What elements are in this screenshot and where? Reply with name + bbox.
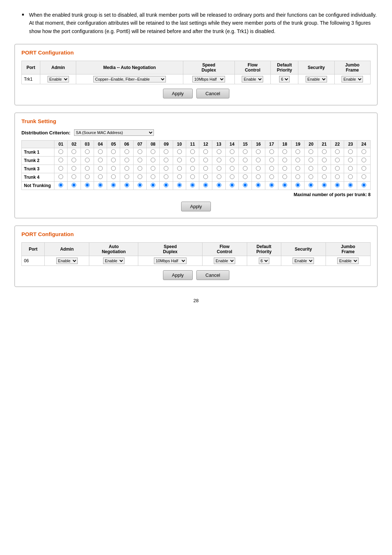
cell-security-2[interactable]: Enable Disable bbox=[281, 256, 326, 266]
trunk-radio-09-4[interactable] bbox=[164, 183, 168, 187]
trunk-radio-17-2[interactable] bbox=[269, 166, 274, 171]
trunk-radio-16-3[interactable] bbox=[256, 174, 261, 179]
cell-priority-2[interactable]: 6 012 345 7 bbox=[247, 256, 281, 266]
trunk-radio-23-4[interactable] bbox=[348, 183, 353, 187]
jumbo-select-1[interactable]: Enable Disable bbox=[342, 76, 363, 82]
trunk-radio-21-1[interactable] bbox=[322, 158, 327, 162]
trunk-radio-10-1[interactable] bbox=[177, 158, 182, 162]
trunk-radio-01-2[interactable] bbox=[58, 166, 63, 171]
trunk-radio-06-3[interactable] bbox=[124, 174, 129, 179]
cell-security-1[interactable]: Enable Disable bbox=[298, 74, 334, 84]
trunk-radio-22-1[interactable] bbox=[335, 158, 340, 162]
apply-button-trunk[interactable]: Apply bbox=[181, 202, 211, 211]
trunk-radio-23-3[interactable] bbox=[348, 174, 353, 179]
trunk-radio-24-2[interactable] bbox=[362, 166, 366, 171]
trunk-radio-19-2[interactable] bbox=[295, 166, 300, 171]
trunk-radio-11-0[interactable] bbox=[190, 149, 195, 154]
priority-select-2[interactable]: 6 012 345 7 bbox=[259, 258, 269, 264]
trunk-radio-08-2[interactable] bbox=[151, 166, 155, 171]
trunk-radio-10-2[interactable] bbox=[177, 166, 182, 171]
admin-select-2[interactable]: Enable Disable bbox=[56, 258, 78, 264]
trunk-radio-03-3[interactable] bbox=[85, 174, 90, 179]
trunk-radio-13-0[interactable] bbox=[217, 149, 221, 154]
priority-select-1[interactable]: 6 012 345 7 bbox=[279, 76, 290, 82]
trunk-radio-13-4[interactable] bbox=[217, 183, 221, 187]
trunk-radio-17-1[interactable] bbox=[269, 158, 274, 162]
trunk-radio-01-3[interactable] bbox=[58, 174, 63, 179]
trunk-radio-16-4[interactable] bbox=[256, 183, 261, 187]
trunk-radio-03-1[interactable] bbox=[85, 158, 90, 162]
auto-select-2[interactable]: Enable Disable bbox=[103, 258, 124, 264]
apply-button-1[interactable]: Apply bbox=[163, 89, 193, 98]
trunk-radio-17-0[interactable] bbox=[269, 149, 274, 154]
trunk-radio-21-2[interactable] bbox=[322, 166, 327, 171]
trunk-radio-19-1[interactable] bbox=[295, 158, 300, 162]
trunk-radio-22-3[interactable] bbox=[335, 174, 340, 179]
trunk-radio-19-4[interactable] bbox=[295, 183, 300, 187]
jumbo-select-2[interactable]: Enable Disable bbox=[337, 258, 359, 264]
trunk-radio-13-3[interactable] bbox=[217, 174, 221, 179]
trunk-radio-22-0[interactable] bbox=[335, 149, 340, 154]
trunk-radio-20-4[interactable] bbox=[309, 183, 313, 187]
trunk-radio-10-3[interactable] bbox=[177, 174, 182, 179]
trunk-radio-22-4[interactable] bbox=[335, 183, 340, 187]
trunk-radio-19-0[interactable] bbox=[295, 149, 300, 154]
cell-jumbo-1[interactable]: Enable Disable bbox=[334, 74, 370, 84]
distribution-select[interactable]: SA (Source MAC Address) DA (Destination … bbox=[74, 129, 154, 136]
trunk-radio-10-4[interactable] bbox=[177, 183, 182, 187]
trunk-radio-01-4[interactable] bbox=[58, 183, 63, 187]
cancel-button-1[interactable]: Cancel bbox=[196, 89, 229, 98]
trunk-radio-02-4[interactable] bbox=[72, 183, 76, 187]
trunk-radio-08-4[interactable] bbox=[151, 183, 155, 187]
trunk-radio-14-4[interactable] bbox=[230, 183, 234, 187]
trunk-radio-04-1[interactable] bbox=[98, 158, 103, 162]
cell-auto-2[interactable]: Enable Disable bbox=[89, 256, 138, 266]
trunk-radio-03-2[interactable] bbox=[85, 166, 90, 171]
trunk-radio-20-3[interactable] bbox=[309, 174, 313, 179]
trunk-radio-12-3[interactable] bbox=[203, 174, 208, 179]
trunk-radio-05-4[interactable] bbox=[111, 183, 116, 187]
trunk-radio-18-2[interactable] bbox=[282, 166, 287, 171]
trunk-radio-21-4[interactable] bbox=[322, 183, 327, 187]
trunk-radio-13-2[interactable] bbox=[217, 166, 221, 171]
trunk-radio-17-4[interactable] bbox=[269, 183, 274, 187]
apply-button-2[interactable]: Apply bbox=[163, 270, 193, 280]
speed-select-1[interactable]: 10Mbps Half 10Mbps Full 100Mbps Half 100… bbox=[192, 76, 225, 82]
trunk-radio-11-3[interactable] bbox=[190, 174, 195, 179]
trunk-radio-21-0[interactable] bbox=[322, 149, 327, 154]
cell-jumbo-2[interactable]: Enable Disable bbox=[326, 256, 370, 266]
cell-media-1[interactable]: Copper--Enable, Fiber--Enable Copper--En… bbox=[76, 74, 183, 84]
admin-select-1[interactable]: Enable Disable bbox=[48, 76, 69, 82]
cancel-button-2[interactable]: Cancel bbox=[196, 270, 229, 280]
trunk-radio-10-0[interactable] bbox=[177, 149, 182, 154]
cell-flow-2[interactable]: Enable Disable bbox=[202, 256, 247, 266]
trunk-radio-07-0[interactable] bbox=[138, 149, 142, 154]
trunk-radio-11-4[interactable] bbox=[190, 183, 195, 187]
trunk-radio-06-2[interactable] bbox=[124, 166, 129, 171]
trunk-radio-23-1[interactable] bbox=[348, 158, 353, 162]
trunk-radio-13-1[interactable] bbox=[217, 158, 221, 162]
trunk-radio-08-0[interactable] bbox=[151, 149, 155, 154]
trunk-radio-20-1[interactable] bbox=[309, 158, 313, 162]
trunk-radio-14-3[interactable] bbox=[230, 174, 234, 179]
trunk-radio-04-4[interactable] bbox=[98, 183, 103, 187]
trunk-radio-02-0[interactable] bbox=[72, 149, 76, 154]
cell-speed-2[interactable]: 10Mbps Half 10Mbps Full 100Mbps Half 100… bbox=[138, 256, 202, 266]
trunk-radio-09-0[interactable] bbox=[164, 149, 168, 154]
trunk-radio-18-3[interactable] bbox=[282, 174, 287, 179]
trunk-radio-05-0[interactable] bbox=[111, 149, 116, 154]
cell-flow-1[interactable]: Enable Disable bbox=[234, 74, 270, 84]
trunk-radio-23-0[interactable] bbox=[348, 149, 353, 154]
trunk-radio-14-0[interactable] bbox=[230, 149, 234, 154]
trunk-radio-01-1[interactable] bbox=[58, 158, 63, 162]
cell-priority-1[interactable]: 6 012 345 7 bbox=[271, 74, 298, 84]
cell-speed-1[interactable]: 10Mbps Half 10Mbps Full 100Mbps Half 100… bbox=[183, 74, 234, 84]
trunk-radio-24-1[interactable] bbox=[362, 158, 366, 162]
trunk-radio-04-0[interactable] bbox=[98, 149, 103, 154]
flow-select-2[interactable]: Enable Disable bbox=[214, 258, 235, 264]
trunk-radio-17-3[interactable] bbox=[269, 174, 274, 179]
trunk-radio-15-1[interactable] bbox=[243, 158, 248, 162]
trunk-radio-05-2[interactable] bbox=[111, 166, 116, 171]
trunk-radio-08-1[interactable] bbox=[151, 158, 155, 162]
trunk-radio-16-1[interactable] bbox=[256, 158, 261, 162]
